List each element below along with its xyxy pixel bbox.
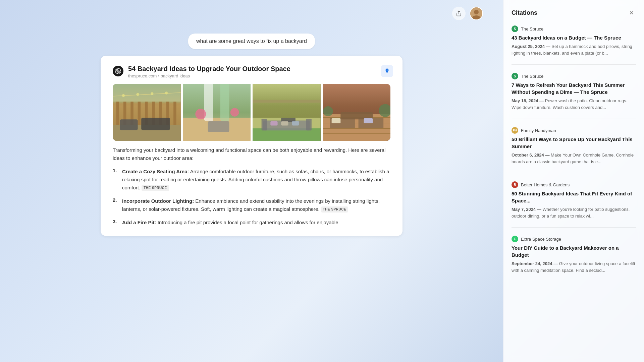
- backyard-image-2: [183, 84, 251, 141]
- response-card: 54 Backyard Ideas to Upgrade Your Outdoo…: [101, 56, 402, 236]
- response-header: 54 Backyard Ideas to Upgrade Your Outdoo…: [113, 65, 390, 78]
- breadcrumb-page: backyard ideas: [161, 73, 190, 78]
- list-content-2: Incorporate Outdoor Lighting: Enhance am…: [122, 197, 390, 213]
- main-content-area: what are some great ways to fix up a bac…: [0, 0, 503, 362]
- svg-rect-14: [173, 102, 176, 125]
- citations-title: Citations: [512, 9, 537, 16]
- list-content-3: Add a Fire Pit: Introducing a fire pit p…: [122, 219, 338, 227]
- close-icon: ✕: [629, 10, 634, 16]
- citations-header: Citations ✕: [512, 8, 636, 17]
- citation-item-5[interactable]: E Extra Space Storage Your DIY Guide to …: [512, 236, 636, 282]
- list-number-3: 3.: [113, 219, 119, 224]
- citations-panel: Citations ✕ S The Spruce 43 Backyard Ide…: [503, 0, 644, 362]
- source-name-5: Extra Space Storage: [521, 237, 561, 242]
- source-favicon-2: S: [512, 73, 518, 79]
- citation-source-5: E Extra Space Storage: [512, 236, 636, 242]
- svg-rect-30: [208, 121, 229, 132]
- source-favicon-5: E: [512, 236, 518, 242]
- source-favicon-4: B: [512, 181, 518, 188]
- svg-rect-17: [141, 118, 170, 130]
- source-name-4: Better Homes & Gardens: [521, 182, 570, 187]
- backyard-image-1: [113, 84, 181, 141]
- content-wrapper: what are some great ways to fix up a bac…: [101, 34, 402, 236]
- source-name-2: The Spruce: [521, 74, 543, 79]
- backyard-image-grid: [113, 84, 390, 141]
- source-name-3: Family Handyman: [521, 128, 556, 133]
- citation-tag-1[interactable]: THE SPRUCE: [142, 185, 169, 191]
- source-name-1: The Spruce: [521, 26, 543, 32]
- svg-point-29: [230, 108, 239, 117]
- citation-item-3[interactable]: FH Family Handyman 50 Brilliant Ways to …: [512, 127, 636, 173]
- citation-item-4[interactable]: B Better Homes & Gardens 50 Stunning Bac…: [512, 181, 636, 228]
- svg-rect-36: [262, 119, 267, 130]
- chatgpt-icon: [113, 66, 123, 76]
- svg-point-2: [474, 10, 479, 14]
- source-favicon-1: S: [512, 25, 518, 32]
- response-title: 54 Backyard Ideas to Upgrade Your Outdoo…: [128, 65, 390, 73]
- citation-tag-2[interactable]: THE SPRUCE: [321, 206, 348, 213]
- citation-snippet-1: August 25, 2024 — Set up a hammock and a…: [512, 43, 636, 56]
- list-item-2: 2. Incorporate Outdoor Lighting: Enhance…: [113, 197, 390, 213]
- svg-rect-27: [220, 84, 229, 121]
- bookmark-button[interactable]: [381, 65, 393, 77]
- citation-snippet-4: May 7, 2024 — Whether you're looking for…: [512, 206, 636, 219]
- svg-rect-9: [138, 102, 141, 125]
- list-item-3: 3. Add a Fire Pit: Introducing a fire pi…: [113, 219, 390, 227]
- citation-title-3[interactable]: 50 Brilliant Ways to Spruce Up Your Back…: [512, 136, 636, 150]
- top-bar: [452, 7, 483, 20]
- list-number-2: 2.: [113, 197, 119, 203]
- svg-rect-40: [281, 121, 288, 126]
- backyard-image-4: [323, 84, 391, 141]
- svg-rect-52: [364, 118, 373, 123]
- citation-title-2[interactable]: 7 Ways to Refresh Your Backyard This Sum…: [512, 81, 636, 96]
- close-citations-button[interactable]: ✕: [627, 8, 636, 17]
- citation-snippet-2: May 18, 2024 — Power wash the patio. Cle…: [512, 98, 636, 111]
- svg-rect-41: [292, 121, 299, 126]
- backyard-image-3: [253, 84, 321, 141]
- citation-source-1: S The Spruce: [512, 25, 636, 32]
- source-favicon-3: FH: [512, 127, 518, 134]
- citation-item-2[interactable]: S The Spruce 7 Ways to Refresh Your Back…: [512, 73, 636, 119]
- list-item: 1. Create a Cozy Seating Area: Arrange c…: [113, 168, 390, 192]
- citation-source-2: S The Spruce: [512, 73, 636, 79]
- list-number-1: 1.: [113, 168, 119, 173]
- list-bold-2: Incorporate Outdoor Lighting:: [122, 198, 194, 204]
- svg-rect-37: [306, 119, 312, 130]
- svg-rect-6: [116, 102, 119, 125]
- breadcrumb-site: thespruce.com: [128, 73, 157, 78]
- citation-title-1[interactable]: 43 Backyard Ideas on a Budget — The Spru…: [512, 34, 636, 41]
- breadcrumb-separator: ›: [158, 73, 161, 78]
- svg-point-28: [195, 109, 206, 119]
- list-content-1: Create a Cozy Seating Area: Arrange comf…: [122, 168, 390, 192]
- svg-rect-16: [120, 119, 138, 130]
- svg-rect-23: [113, 84, 181, 102]
- citation-source-4: B Better Homes & Gardens: [512, 181, 636, 188]
- citation-snippet-5: September 24, 2024 — Give your outdoor l…: [512, 260, 636, 274]
- response-list: 1. Create a Cozy Seating Area: Arrange c…: [113, 168, 390, 227]
- citation-title-5[interactable]: Your DIY Guide to a Backyard Makeover on…: [512, 244, 636, 258]
- source-breadcrumb[interactable]: thespruce.com › backyard ideas: [128, 73, 390, 78]
- citation-title-4[interactable]: 50 Stunning Backyard Ideas That Fit Ever…: [512, 190, 636, 204]
- citation-item-1[interactable]: S The Spruce 43 Backyard Ideas on a Budg…: [512, 25, 636, 65]
- svg-point-54: [323, 106, 333, 116]
- svg-rect-39: [270, 121, 277, 126]
- list-text-3: Introducing a fire pit provides a focal …: [156, 220, 338, 225]
- citation-source-3: FH Family Handyman: [512, 127, 636, 134]
- avatar[interactable]: [470, 7, 483, 20]
- share-button[interactable]: [452, 7, 466, 20]
- list-bold-1: Create a Cozy Seating Area:: [122, 169, 189, 174]
- list-bold-3: Add a Fire Pit:: [122, 220, 156, 225]
- svg-rect-51: [331, 118, 340, 123]
- response-title-area: 54 Backyard Ideas to Upgrade Your Outdoo…: [128, 65, 390, 78]
- user-message-text: what are some great ways to fix up a bac…: [196, 38, 307, 44]
- user-message: what are some great ways to fix up a bac…: [188, 34, 315, 49]
- svg-rect-32: [253, 100, 321, 103]
- response-intro-text: Transforming your backyard into a welcom…: [113, 146, 390, 162]
- citation-snippet-3: October 6, 2024 — Make Your Own Cornhole…: [512, 152, 636, 165]
- citations-list: S The Spruce 43 Backyard Ideas on a Budg…: [512, 25, 636, 290]
